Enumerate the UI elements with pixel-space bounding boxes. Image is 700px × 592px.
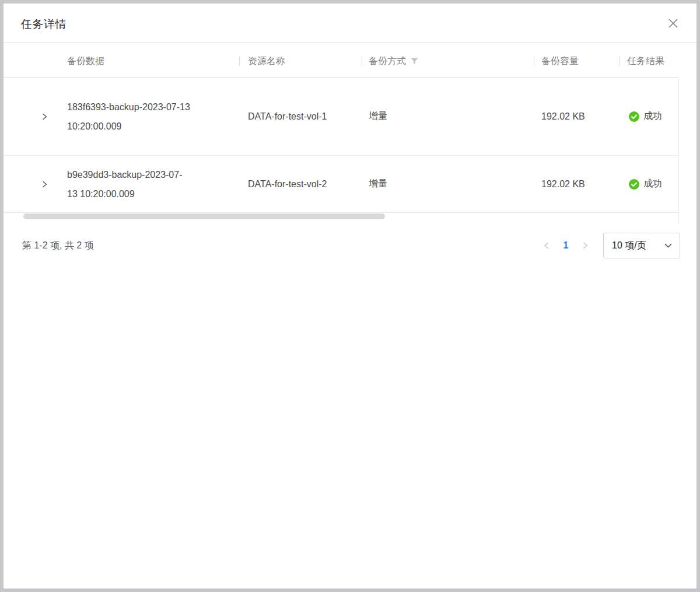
filter-icon[interactable] xyxy=(411,58,418,65)
task-result-label: 成功 xyxy=(643,110,662,122)
cell-backup-method: 增量 xyxy=(362,178,534,190)
column-header-backup-data: 备份数据 xyxy=(67,55,239,68)
cell-resource-name: DATA-for-test-vol-1 xyxy=(239,111,362,122)
cell-backup-method: 增量 xyxy=(362,110,534,122)
column-header-label: 备份数据 xyxy=(67,55,104,68)
expand-cell xyxy=(21,110,67,123)
chevron-down-icon xyxy=(664,243,672,248)
table-row: 183f6393-backup-2023-07-13 10:20:00.009 … xyxy=(4,78,678,156)
task-details-dialog: 任务详情 备份数据 资源名称 备份方式 xyxy=(0,0,700,592)
table-body: 183f6393-backup-2023-07-13 10:20:00.009 … xyxy=(4,78,696,213)
column-header-backup-method: 备份方式 xyxy=(362,55,534,68)
expand-cell xyxy=(21,178,67,191)
table-header-row: 备份数据 资源名称 备份方式 备份容量 任务结果 xyxy=(4,43,678,78)
table-row: b9e39dd3-backup-2023-07-13 10:20:00.009 … xyxy=(4,156,678,213)
column-header-backup-capacity: 备份容量 xyxy=(534,55,620,68)
column-header-label: 备份容量 xyxy=(541,55,579,68)
column-header-label: 备份方式 xyxy=(369,55,406,68)
expand-row-icon[interactable] xyxy=(38,178,51,191)
page-number-current[interactable]: 1 xyxy=(555,240,576,251)
page-size-select[interactable]: 10 项/页 xyxy=(603,233,680,258)
prev-page-button[interactable] xyxy=(538,237,555,254)
success-icon xyxy=(629,179,639,190)
cell-backup-data: 183f6393-backup-2023-07-13 10:20:00.009 xyxy=(67,97,239,136)
page-size-value: 10 项/页 xyxy=(612,240,646,252)
pagination-controls: 1 10 项/页 xyxy=(538,233,680,258)
pagination-summary: 第 1-2 项, 共 2 项 xyxy=(22,240,94,252)
backup-tasks-table: 备份数据 资源名称 备份方式 备份容量 任务结果 xyxy=(4,43,696,219)
close-button[interactable] xyxy=(666,17,680,31)
cell-backup-capacity: 192.02 KB xyxy=(534,111,620,122)
close-icon xyxy=(667,17,679,31)
success-icon xyxy=(629,111,639,122)
next-page-button[interactable] xyxy=(576,237,594,254)
expand-row-icon[interactable] xyxy=(38,110,51,123)
column-header-label: 任务结果 xyxy=(627,55,664,68)
cell-backup-capacity: 192.02 KB xyxy=(534,179,620,190)
horizontal-scrollbar-track xyxy=(4,213,696,219)
cell-task-result: 成功 xyxy=(620,178,678,190)
dialog-header: 任务详情 xyxy=(4,3,696,43)
horizontal-scrollbar-thumb[interactable] xyxy=(23,213,385,219)
dialog-title: 任务详情 xyxy=(21,17,66,32)
column-header-task-result: 任务结果 xyxy=(620,55,678,68)
task-result-label: 成功 xyxy=(643,178,662,190)
table-right-edge-divider xyxy=(678,78,679,223)
cell-task-result: 成功 xyxy=(620,110,678,122)
cell-resource-name: DATA-for-test-vol-2 xyxy=(239,179,362,190)
cell-backup-data: b9e39dd3-backup-2023-07-13 10:20:00.009 xyxy=(67,165,239,204)
column-header-label: 资源名称 xyxy=(248,55,285,68)
pagination-bar: 第 1-2 项, 共 2 项 1 10 项/页 xyxy=(4,233,696,258)
column-header-resource-name: 资源名称 xyxy=(239,55,362,68)
